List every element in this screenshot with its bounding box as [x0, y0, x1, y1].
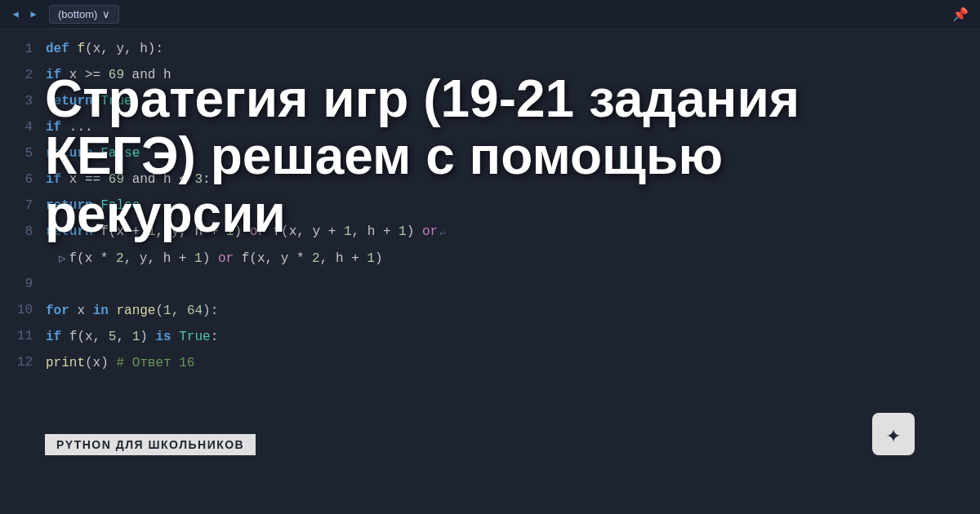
code-line-2: if x >= 69 and h [46, 62, 980, 88]
scope-label: (bottom) [58, 8, 97, 20]
pin-icon[interactable]: 📌 [952, 7, 969, 23]
top-bar: ◀ ▶ (bottom) ∨ 📌 [0, 0, 980, 29]
badge-text: PYTHON ДЛЯ ШКОЛЬНИКОВ [45, 434, 256, 455]
nav-arrows: ◀ ▶ [8, 7, 41, 22]
code-line-6: if x == 69 and h < 3: [46, 166, 980, 193]
forward-arrow[interactable]: ▶ [26, 7, 41, 22]
code-line-5: return False [46, 140, 980, 166]
code-line-7: return False [46, 193, 980, 219]
code-line-8: return f(x + 1, y, h + 1) or f(x, y + 1,… [46, 219, 980, 246]
back-arrow[interactable]: ◀ [8, 7, 23, 22]
editor-container: ◀ ▶ (bottom) ∨ 📌 1 2 3 4 5 6 7 8 ↵ 9 10 … [0, 0, 980, 514]
code-line-11: if f(x, 5, 1) is True: [46, 324, 980, 350]
code-line-4: if ... [46, 114, 980, 140]
code-line-9 [46, 272, 980, 298]
line-numbers: 1 2 3 4 5 6 7 8 ↵ 9 10 11 12 [0, 29, 42, 514]
scope-dropdown-icon: ∨ [102, 8, 110, 20]
star-icon: ✦ [886, 419, 901, 450]
code-line-10: for x in range(1, 64): [46, 298, 980, 324]
scope-selector[interactable]: (bottom) ∨ [49, 5, 119, 24]
code-line-8-cont: ▷f(x * 2, y, h + 1) or f(x, y * 2, h + 1… [46, 246, 980, 272]
code-line-12: print(x) # Ответ 16 [46, 350, 980, 376]
badge-area: PYTHON ДЛЯ ШКОЛЬНИКОВ [45, 434, 256, 455]
code-line-3: return True [46, 88, 980, 114]
code-line-1: def f(x, y, h): [46, 36, 980, 62]
star-badge: ✦ [872, 413, 915, 455]
